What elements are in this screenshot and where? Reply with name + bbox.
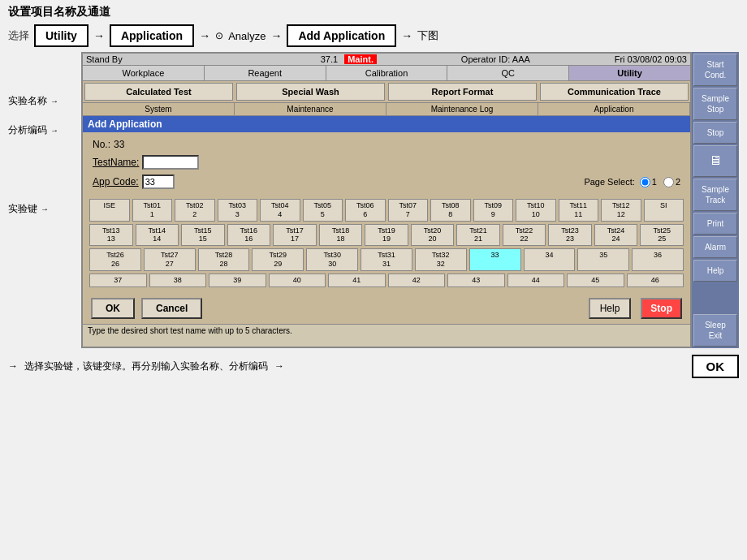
- radio-page1[interactable]: 1: [640, 177, 657, 187]
- key-tst12[interactable]: Tst1212: [601, 199, 641, 222]
- tab-calibration[interactable]: Calibration: [326, 66, 448, 80]
- key-37[interactable]: 37: [89, 274, 147, 287]
- key-tst05[interactable]: Tst055: [303, 199, 343, 222]
- key-tst08[interactable]: Tst088: [430, 199, 471, 222]
- bottom-instruction: 选择实验键，该键变绿。再分别输入实验名称、分析编码: [24, 360, 268, 373]
- radio-page2-input[interactable]: [663, 177, 674, 187]
- radio-page1-label: 1: [652, 177, 657, 187]
- form-testname-row: TestName:: [93, 155, 680, 170]
- bottom-ok-box[interactable]: OK: [692, 355, 740, 378]
- sample-track-button[interactable]: SampleTrack: [693, 179, 737, 211]
- key-tst30[interactable]: Tst3030: [306, 248, 358, 271]
- nav-utility[interactable]: Utility: [34, 24, 89, 47]
- screen-icon-button[interactable]: 🖥: [693, 145, 737, 177]
- key-35[interactable]: 35: [577, 248, 629, 271]
- key-tst09[interactable]: Tst099: [473, 199, 514, 222]
- key-tst25[interactable]: Tst2525: [640, 224, 684, 247]
- status-operator: Operator ID: AAA: [380, 54, 611, 64]
- key-tst20[interactable]: Tst2020: [411, 224, 455, 247]
- key-43[interactable]: 43: [447, 274, 505, 287]
- key-grid: ISE Tst011 Tst022 Tst033 Tst044 Tst055 T…: [83, 196, 690, 293]
- system-tab-application[interactable]: Application: [538, 103, 690, 115]
- nav-analyze-label: Analyze: [228, 30, 266, 42]
- radio-group: 1 2: [640, 177, 680, 187]
- key-tst11[interactable]: Tst1111: [559, 199, 599, 222]
- system-tab-maintenance-log[interactable]: Maintenance Log: [386, 103, 538, 115]
- key-tst28[interactable]: Tst2828: [198, 248, 250, 271]
- test-name-label: 实验名称 →: [8, 94, 58, 108]
- key-tst04[interactable]: Tst044: [260, 199, 300, 222]
- subtab-report-format[interactable]: Report Format: [388, 83, 537, 101]
- key-ise[interactable]: ISE: [89, 199, 130, 222]
- key-38[interactable]: 38: [149, 274, 207, 287]
- system-tab-maintenance[interactable]: Maintenance: [235, 103, 386, 115]
- key-tst27[interactable]: Tst2727: [144, 248, 196, 271]
- help-button[interactable]: Help: [589, 298, 632, 319]
- system-tab-system[interactable]: System: [83, 103, 235, 115]
- radio-page2[interactable]: 2: [663, 177, 680, 187]
- nav-add-application[interactable]: Add Application: [287, 24, 396, 47]
- cancel-button[interactable]: Cancel: [141, 298, 202, 319]
- tab-reagent[interactable]: Reagent: [205, 66, 326, 80]
- nav-circle-icon: ⊙: [215, 30, 223, 41]
- nav-application[interactable]: Application: [110, 24, 194, 47]
- sleep-exit-button[interactable]: SleepExit: [693, 314, 737, 347]
- key-tst31[interactable]: Tst3131: [361, 248, 412, 271]
- key-44[interactable]: 44: [507, 274, 565, 287]
- key-41[interactable]: 41: [328, 274, 386, 287]
- status-maint: Maint.: [344, 54, 377, 64]
- key-tst15[interactable]: Tst1515: [181, 224, 225, 247]
- key-34[interactable]: 34: [524, 248, 576, 271]
- key-tst07[interactable]: Tst077: [388, 199, 429, 222]
- key-tst26[interactable]: Tst2626: [89, 248, 141, 271]
- key-tst21[interactable]: Tst2121: [456, 224, 500, 247]
- form-area: No.: 33 TestName: App Code: Page Select:: [83, 132, 690, 196]
- key-36[interactable]: 36: [632, 248, 684, 271]
- nav-arrow-2: →: [199, 29, 210, 42]
- stop-right-button[interactable]: Stop: [693, 122, 737, 144]
- key-tst18[interactable]: Tst1818: [319, 224, 363, 247]
- subtab-calculated-test[interactable]: Calculated Test: [84, 83, 233, 101]
- status-bar: Stand By 37.1 Maint. Operator ID: AAA Fr…: [83, 54, 690, 66]
- key-tst17[interactable]: Tst1717: [273, 224, 317, 247]
- key-tst19[interactable]: Tst1919: [365, 224, 408, 247]
- nav-end-label: 下图: [417, 28, 438, 43]
- key-tst03[interactable]: Tst033: [218, 199, 258, 222]
- key-40[interactable]: 40: [269, 274, 326, 287]
- help-right-button[interactable]: Help: [693, 260, 737, 282]
- key-33[interactable]: 33: [469, 248, 521, 271]
- alarm-button[interactable]: Alarm: [693, 236, 737, 258]
- bottom-section: → 选择实验键，该键变绿。再分别输入实验名称、分析编码 → OK: [0, 348, 747, 385]
- subtab-communication-trace[interactable]: Communication Trace: [540, 83, 689, 101]
- key-tst14[interactable]: Tst1414: [136, 224, 179, 247]
- key-39[interactable]: 39: [209, 274, 266, 287]
- key-tst01[interactable]: Tst011: [132, 199, 173, 222]
- radio-page1-input[interactable]: [640, 177, 650, 187]
- key-tst02[interactable]: Tst022: [175, 199, 215, 222]
- key-tst24[interactable]: Tst2424: [594, 224, 638, 247]
- key-45[interactable]: 45: [567, 274, 624, 287]
- key-tst13[interactable]: Tst1313: [89, 224, 133, 247]
- sample-stop-button[interactable]: SampleStop: [693, 88, 737, 120]
- print-button[interactable]: Print: [693, 213, 737, 235]
- key-si[interactable]: SI: [644, 199, 684, 222]
- key-46[interactable]: 46: [627, 274, 684, 287]
- start-cond-button[interactable]: StartCond.: [693, 54, 737, 86]
- key-tst10[interactable]: Tst1010: [516, 199, 556, 222]
- key-tst29[interactable]: Tst2929: [252, 248, 304, 271]
- key-tst06[interactable]: Tst066: [345, 199, 386, 222]
- key-42[interactable]: 42: [388, 274, 446, 287]
- ok-button[interactable]: OK: [91, 298, 135, 319]
- tab-utility[interactable]: Utility: [569, 66, 690, 80]
- key-tst23[interactable]: Tst2323: [548, 224, 592, 247]
- appcode-input[interactable]: [142, 174, 175, 189]
- subtab-special-wash[interactable]: Special Wash: [236, 83, 385, 101]
- key-tst32[interactable]: Tst3232: [415, 248, 467, 271]
- nav-arrow-3: →: [270, 29, 282, 42]
- testname-input[interactable]: [142, 155, 199, 170]
- stop-button[interactable]: Stop: [641, 298, 682, 319]
- tab-workplace[interactable]: Workplace: [83, 66, 205, 80]
- key-tst22[interactable]: Tst2222: [503, 224, 546, 247]
- key-tst16[interactable]: Tst1616: [227, 224, 271, 247]
- tab-qc[interactable]: QC: [447, 66, 569, 80]
